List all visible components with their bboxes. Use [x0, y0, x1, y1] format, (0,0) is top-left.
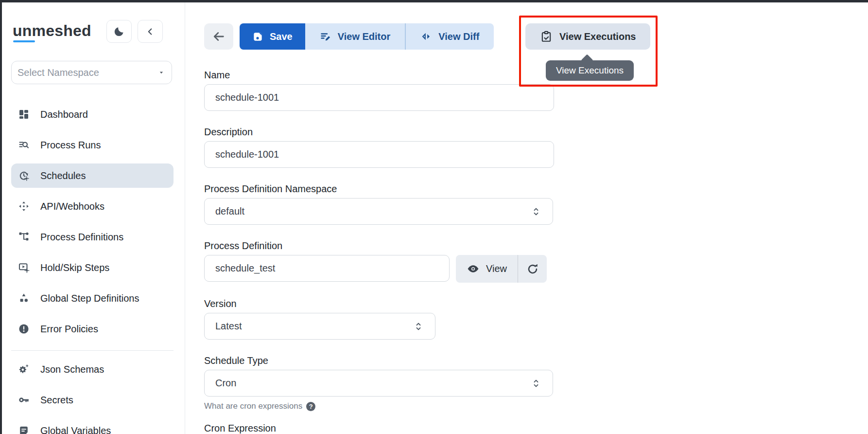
sidebar-item-hold-skip-steps[interactable]: Hold/Skip Steps	[11, 255, 174, 280]
sidebar-item-schedules[interactable]: Schedules	[11, 163, 174, 188]
view-process-definition-button[interactable]: View	[456, 255, 518, 283]
logo-underline	[13, 40, 35, 42]
sidebar-item-dashboard[interactable]: Dashboard	[11, 102, 174, 127]
hold-skip-icon	[18, 262, 30, 273]
version-label: Version	[204, 298, 554, 309]
key-icon	[18, 394, 30, 406]
app-logo: unmeshed	[13, 20, 91, 41]
process-definition-label: Process Definition	[204, 240, 554, 252]
name-input[interactable]	[204, 84, 554, 111]
process-definition-actions: View	[456, 255, 547, 283]
description-label: Description	[204, 126, 554, 138]
window-edge-left	[0, 0, 2, 434]
sidebar-item-label: Process Runs	[40, 140, 101, 151]
view-diff-button[interactable]: View Diff	[406, 23, 494, 50]
sidebar-header: unmeshed	[13, 20, 185, 44]
cron-help-text: What are cron expressions ?	[204, 401, 554, 411]
schedules-icon	[18, 170, 30, 181]
theme-toggle-button[interactable]	[106, 20, 132, 43]
process-definition-namespace-value: default	[215, 206, 244, 217]
sidebar-item-label: Dashboard	[40, 109, 88, 120]
view-diff-label: View Diff	[438, 31, 479, 42]
process-runs-icon	[18, 139, 30, 151]
schedule-type-label: Schedule Type	[204, 355, 554, 366]
schedule-type-select[interactable]: Cron	[204, 370, 553, 397]
cron-expression-label: Cron Expression	[204, 423, 554, 434]
sidebar-item-global-step-definitions[interactable]: Global Step Definitions	[11, 286, 174, 310]
global-step-definitions-icon	[18, 292, 30, 304]
sidebar-item-label: Schedules	[40, 170, 86, 181]
caret-down-icon	[158, 69, 165, 76]
sidebar: unmeshed Select Namespace	[0, 2, 185, 434]
view-editor-button[interactable]: View Editor	[305, 23, 405, 50]
view-executions-tooltip: View Executions	[546, 60, 634, 81]
view-executions-label: View Executions	[559, 31, 636, 42]
moon-icon	[113, 26, 125, 37]
error-policies-icon	[18, 323, 30, 335]
name-label: Name	[204, 69, 554, 81]
eye-icon	[467, 262, 480, 275]
sidebar-item-error-policies[interactable]: Error Policies	[11, 317, 174, 341]
floppy-icon	[252, 31, 263, 42]
view-editor-label: View Editor	[338, 31, 391, 42]
tooltip-text: View Executions	[556, 65, 624, 75]
description-input[interactable]	[204, 141, 554, 168]
clipboard-check-icon	[540, 30, 553, 43]
sidebar-item-label: Error Policies	[40, 324, 98, 335]
toolbar: Save View Editor View Diff	[204, 23, 868, 50]
save-button[interactable]: Save	[240, 23, 305, 50]
window-edge-top	[0, 0, 868, 2]
stepper-chevrons-icon	[414, 321, 423, 332]
sidebar-item-label: Json Schemas	[40, 364, 104, 375]
namespace-placeholder: Select Namespace	[17, 67, 99, 78]
sidebar-item-label: Global Step Definitions	[40, 293, 139, 304]
sidebar-item-api-webhooks[interactable]: API/Webhooks	[11, 194, 174, 218]
sidebar-item-global-variables[interactable]: Global Variables	[11, 418, 174, 434]
toolbar-button-group: Save View Editor View Diff	[240, 23, 494, 50]
json-schemas-icon	[18, 363, 30, 375]
process-definitions-icon	[18, 231, 30, 243]
back-button[interactable]	[204, 23, 233, 50]
sidebar-item-label: Secrets	[40, 395, 73, 406]
api-webhooks-icon	[18, 200, 30, 212]
chevron-left-icon	[145, 26, 156, 37]
app-window: unmeshed Select Namespace	[0, 0, 868, 434]
sidebar-item-label: Process Definitions	[40, 232, 123, 243]
sidebar-item-label: Global Variables	[40, 425, 111, 434]
sidebar-item-json-schemas[interactable]: Json Schemas	[11, 357, 174, 381]
edit-lines-icon	[320, 31, 331, 42]
view-executions-button[interactable]: View Executions	[525, 23, 650, 50]
version-select[interactable]: Latest	[204, 313, 435, 340]
process-definition-namespace-select[interactable]: default	[204, 198, 553, 225]
sidebar-item-label: Hold/Skip Steps	[40, 262, 109, 273]
app-logo-text: unmeshed	[13, 22, 91, 39]
dashboard-icon	[18, 108, 30, 120]
process-definition-namespace-label: Process Definition Namespace	[204, 183, 554, 195]
help-question-icon[interactable]: ?	[306, 402, 315, 411]
namespace-select[interactable]: Select Namespace	[11, 61, 172, 84]
refresh-icon[interactable]	[518, 255, 547, 283]
diff-triangles-icon	[420, 31, 432, 42]
save-button-label: Save	[270, 31, 293, 42]
version-value: Latest	[215, 321, 242, 332]
process-definition-row: View	[204, 255, 554, 283]
schedule-type-value: Cron	[215, 378, 236, 389]
sidebar-collapse-button[interactable]	[138, 20, 163, 43]
main-content: Save View Editor View Diff	[186, 2, 868, 434]
arrow-left-icon	[212, 30, 226, 43]
stepper-chevrons-icon	[531, 206, 541, 217]
sidebar-item-secrets[interactable]: Secrets	[11, 388, 174, 412]
sidebar-menu: Dashboard Process Runs Schedules API/Web…	[11, 102, 174, 434]
document-icon	[18, 425, 30, 434]
cron-help-label: What are cron expressions	[204, 401, 302, 411]
schedule-form: Name Description Process Definition Name…	[204, 69, 554, 434]
process-definition-input[interactable]	[204, 255, 450, 282]
sidebar-divider	[11, 350, 174, 351]
sidebar-item-label: API/Webhooks	[40, 201, 104, 212]
view-button-label: View	[486, 263, 507, 274]
stepper-chevrons-icon	[531, 378, 541, 389]
sidebar-item-process-runs[interactable]: Process Runs	[11, 133, 174, 157]
sidebar-item-process-definitions[interactable]: Process Definitions	[11, 225, 174, 249]
